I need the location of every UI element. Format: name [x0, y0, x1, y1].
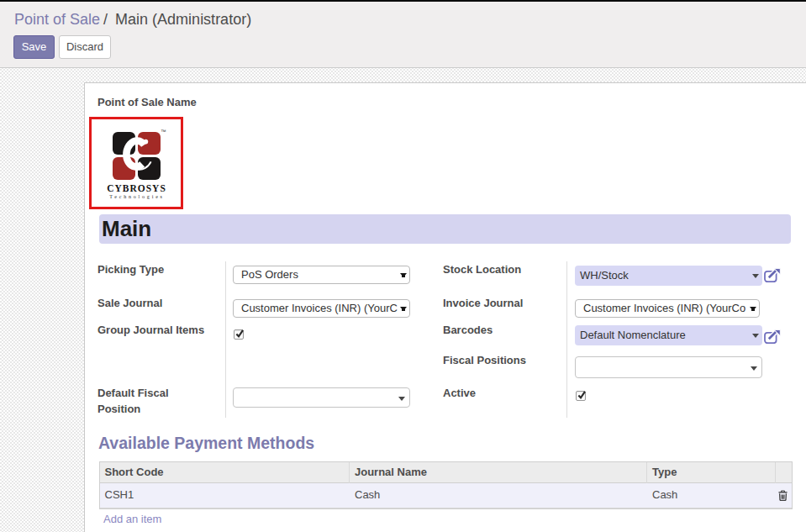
svg-text:CYBROSYS: CYBROSYS: [107, 183, 166, 193]
svg-text:™: ™: [161, 129, 166, 134]
svg-text:Technologies: Technologies: [109, 194, 165, 199]
